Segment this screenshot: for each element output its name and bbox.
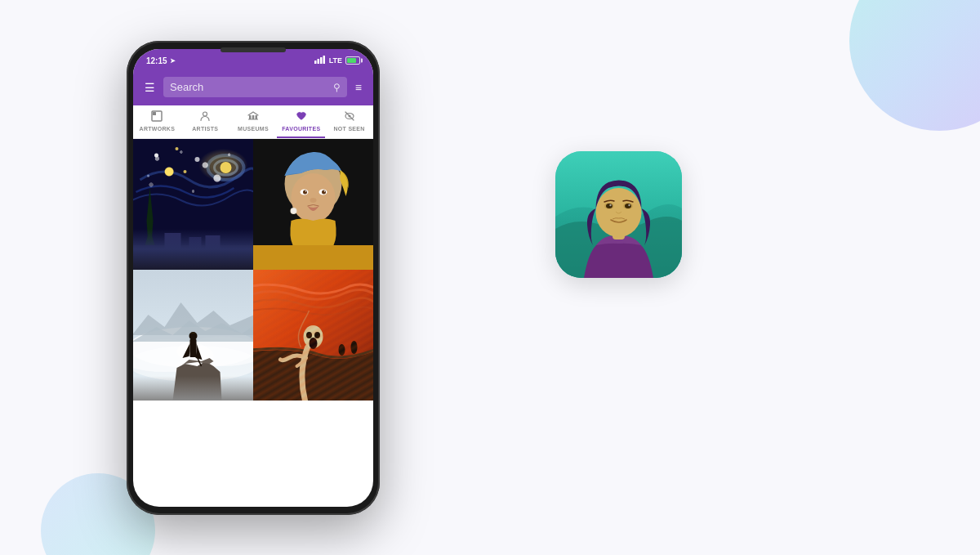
tab-not-seen-label: NOT SEEN bbox=[333, 126, 364, 132]
app-icon-svg bbox=[555, 151, 682, 278]
search-bar: ☰ Search ⚲ ≡ bbox=[133, 72, 373, 105]
tab-bar: ARTWORKS ARTISTS bbox=[133, 105, 373, 139]
svg-rect-25 bbox=[189, 237, 202, 249]
tab-museums-label: MUSEUMS bbox=[238, 126, 269, 132]
favourites-icon bbox=[296, 110, 307, 124]
search-magnify-icon: ⚲ bbox=[333, 82, 341, 93]
phone-mockup: 12:15 ➤ LTE bbox=[127, 41, 380, 515]
app-icon-container bbox=[555, 151, 682, 278]
svg-point-16 bbox=[215, 160, 238, 175]
tab-artists-label: ARTISTS bbox=[192, 126, 218, 132]
svg-point-20 bbox=[195, 157, 200, 162]
svg-rect-39 bbox=[253, 245, 373, 270]
svg-point-49 bbox=[339, 344, 345, 356]
svg-point-52 bbox=[306, 332, 312, 338]
svg-rect-48 bbox=[253, 270, 373, 401]
tab-artworks[interactable]: ARTWORKS bbox=[133, 110, 181, 138]
svg-rect-5 bbox=[153, 112, 156, 115]
svg-point-31 bbox=[303, 190, 307, 195]
status-time: 12:15 ➤ bbox=[146, 56, 176, 65]
museums-icon bbox=[247, 110, 259, 124]
filter-list-icon[interactable]: ≡ bbox=[355, 81, 362, 94]
svg-point-35 bbox=[324, 190, 326, 192]
bg-blob-top-right bbox=[849, 0, 980, 131]
svg-point-53 bbox=[314, 332, 320, 338]
svg-point-38 bbox=[292, 208, 296, 213]
tab-artists[interactable]: ARTISTS bbox=[181, 110, 229, 138]
svg-point-60 bbox=[609, 204, 611, 206]
svg-point-51 bbox=[304, 325, 323, 348]
status-icons: LTE bbox=[314, 56, 360, 65]
battery-icon bbox=[345, 56, 360, 65]
svg-rect-9 bbox=[255, 115, 257, 119]
artwork-wanderer[interactable] bbox=[133, 270, 253, 401]
signal-icon bbox=[314, 56, 326, 65]
tab-not-seen[interactable]: NOT SEEN bbox=[325, 110, 373, 138]
menu-icon[interactable]: ☰ bbox=[145, 81, 155, 94]
time-display: 12:15 bbox=[146, 56, 167, 65]
svg-point-17 bbox=[220, 162, 232, 173]
lte-label: LTE bbox=[329, 56, 342, 65]
artwork-scream[interactable] bbox=[253, 270, 373, 401]
svg-point-62 bbox=[625, 204, 631, 208]
artwork-starry-night[interactable] bbox=[133, 139, 253, 270]
artwork-grid bbox=[133, 139, 373, 466]
not-seen-icon bbox=[344, 110, 355, 124]
svg-point-57 bbox=[596, 188, 642, 237]
artists-icon bbox=[199, 110, 211, 124]
svg-rect-7 bbox=[249, 115, 252, 119]
phone-body: 12:15 ➤ LTE bbox=[127, 41, 380, 515]
phone-screen: 12:15 ➤ LTE bbox=[133, 49, 373, 507]
svg-rect-1 bbox=[317, 59, 319, 64]
svg-point-19 bbox=[176, 147, 179, 150]
artworks-icon bbox=[151, 110, 163, 124]
svg-point-59 bbox=[606, 204, 612, 208]
svg-rect-23 bbox=[133, 245, 253, 270]
artwork-girl-pearl[interactable] bbox=[253, 139, 373, 270]
svg-point-21 bbox=[147, 175, 149, 177]
svg-rect-45 bbox=[190, 339, 197, 357]
svg-rect-26 bbox=[206, 235, 220, 249]
location-arrow-icon: ➤ bbox=[170, 57, 176, 65]
battery-fill bbox=[347, 58, 356, 63]
svg-point-32 bbox=[305, 190, 307, 192]
tab-favourites[interactable]: FAVOURITES bbox=[277, 110, 325, 138]
tab-museums[interactable]: MUSEUMS bbox=[229, 110, 278, 138]
svg-point-6 bbox=[203, 112, 207, 116]
svg-rect-8 bbox=[252, 115, 255, 119]
svg-point-36 bbox=[310, 198, 317, 203]
tab-favourites-label: FAVOURITES bbox=[282, 126, 320, 132]
search-placeholder: Search bbox=[170, 81, 203, 93]
status-bar: 12:15 ➤ LTE bbox=[133, 49, 373, 72]
tab-artworks-label: ARTWORKS bbox=[140, 126, 176, 132]
svg-rect-24 bbox=[165, 233, 181, 249]
svg-point-63 bbox=[628, 204, 630, 206]
svg-point-22 bbox=[184, 170, 187, 173]
svg-point-18 bbox=[154, 154, 158, 158]
svg-point-54 bbox=[310, 338, 318, 349]
svg-rect-0 bbox=[314, 60, 317, 64]
phone-notch bbox=[220, 47, 286, 52]
svg-point-50 bbox=[351, 341, 358, 354]
svg-point-15 bbox=[208, 155, 244, 180]
svg-point-34 bbox=[322, 190, 326, 195]
app-icon bbox=[555, 151, 682, 278]
svg-rect-3 bbox=[323, 56, 325, 64]
search-input[interactable]: Search ⚲ bbox=[163, 77, 347, 97]
svg-rect-2 bbox=[320, 57, 323, 64]
svg-rect-14 bbox=[133, 139, 253, 270]
